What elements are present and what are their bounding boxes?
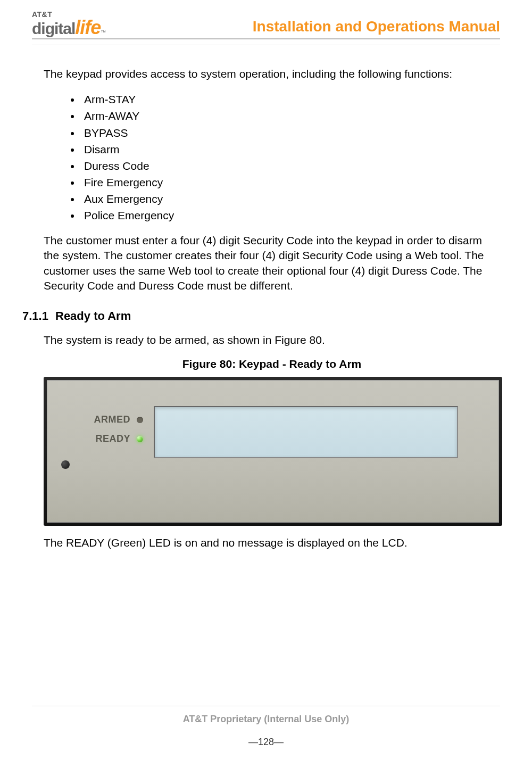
armed-row: ARMED	[79, 410, 143, 430]
list-item: Duress Code	[81, 158, 500, 174]
intro-paragraph: The keypad provides access to system ope…	[44, 67, 500, 81]
list-item: Aux Emergency	[81, 191, 500, 207]
keypad-body: ARMED READY	[47, 380, 499, 523]
list-item: Arm-STAY	[81, 91, 500, 108]
page: AT&T digitallife™ Installation and Opera…	[0, 0, 532, 768]
lcd-display	[154, 406, 458, 458]
footer-divider	[32, 706, 500, 706]
main-content: The keypad provides access to system ope…	[32, 67, 500, 550]
ready-paragraph: The system is ready to be armed, as show…	[44, 333, 500, 348]
keypad-figure: ARMED READY	[44, 377, 502, 526]
list-item: Disarm	[81, 141, 500, 158]
page-footer: AT&T Proprietary (Internal Use Only) ―12…	[32, 706, 500, 748]
list-item: Fire Emergency	[81, 174, 500, 191]
led-label-column: ARMED READY	[79, 410, 143, 449]
ready-row: READY	[79, 430, 143, 449]
header-divider	[32, 45, 500, 45]
ready-label: READY	[95, 433, 130, 444]
function-list: Arm-STAY Arm-AWAY BYPASS Disarm Duress C…	[81, 91, 500, 224]
armed-label: ARMED	[94, 414, 131, 425]
logo-main: digitallife™	[32, 18, 106, 37]
figure-caption: Figure 80: Keypad - Ready to Arm	[44, 358, 500, 370]
sensor-dot-icon	[61, 460, 70, 469]
list-item: Arm-AWAY	[81, 108, 500, 124]
brand-logo: AT&T digitallife™	[32, 11, 106, 37]
list-item: Police Emergency	[81, 207, 500, 224]
section-number: 7.1.1	[22, 309, 55, 323]
armed-led-icon	[137, 417, 143, 423]
list-item: BYPASS	[81, 125, 500, 141]
post-figure-paragraph: The READY (Green) LED is on and no messa…	[44, 535, 500, 550]
document-title: Installation and Operations Manual	[253, 18, 500, 37]
section-heading: 7.1.1 Ready to Arm	[22, 309, 500, 323]
ready-led-icon	[137, 436, 143, 442]
section-title: Ready to Arm	[55, 309, 131, 323]
logo-word-life: life	[75, 18, 101, 37]
logo-word-digital: digital	[32, 21, 75, 37]
security-code-paragraph: The customer must enter a four (4) digit…	[44, 233, 500, 293]
proprietary-notice: AT&T Proprietary (Internal Use Only)	[32, 714, 500, 725]
page-header: AT&T digitallife™ Installation and Opera…	[32, 11, 500, 39]
logo-trademark: ™	[101, 30, 106, 35]
page-number: ―128―	[32, 737, 500, 748]
